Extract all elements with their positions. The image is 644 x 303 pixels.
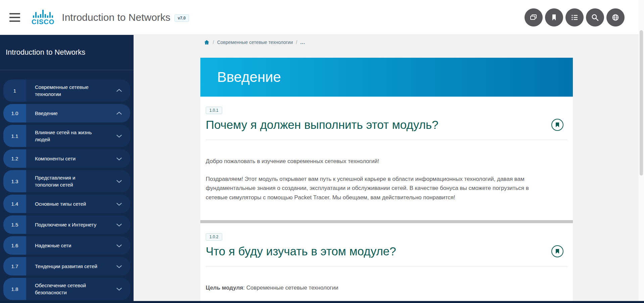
sidebar-item-1-3[interactable]: 1.3 Представления и топологии сетей <box>3 170 130 192</box>
bookmark-icon <box>549 12 559 22</box>
search-icon <box>590 12 600 22</box>
app-header: CISCO Introduction to Networks v7.0 <box>0 0 644 35</box>
item-label: Представления и топологии сетей <box>26 170 97 192</box>
sidebar-item-1-8[interactable]: 1.8 Обеспечение сетевой безопасности <box>3 278 130 300</box>
module-nav: 1 Современные сетевые технологии 1.0 Вве… <box>0 70 134 303</box>
course-header-title: Introduction to Networks <box>62 12 170 23</box>
heading-divider <box>206 140 567 140</box>
item-number: 1.5 <box>3 215 26 234</box>
breadcrumb: / Современные сетевые технологии / ... <box>204 36 305 49</box>
sidebar-item-1-7[interactable]: 1.7 Тенденции развития сетей <box>3 257 130 275</box>
table-of-contents-button[interactable] <box>565 8 584 27</box>
scrollbar-thumb[interactable] <box>640 30 643 175</box>
chevron-up-icon <box>115 110 123 117</box>
section-number-badge: 1.0.2 <box>206 233 222 241</box>
language-button[interactable] <box>606 8 625 27</box>
section-bookmark-button[interactable] <box>551 245 563 257</box>
home-icon[interactable] <box>204 39 210 45</box>
cisco-wordmark: CISCO <box>32 18 54 26</box>
bottom-bar <box>0 301 644 303</box>
breadcrumb-ellipsis[interactable]: ... <box>300 40 305 45</box>
course-sidebar: Introduction to Networks 1 Современные с… <box>0 35 134 303</box>
sidebar-course-title: Introduction to Networks <box>0 35 134 70</box>
scrollbar-track[interactable] <box>639 0 644 303</box>
sidebar-item-1-4[interactable]: 1.4 Основные типы сетей <box>3 195 130 213</box>
section-separator-band <box>200 220 573 223</box>
item-label: Компоненты сети <box>26 149 97 168</box>
sidebar-item-1[interactable]: 1 Современные сетевые технологии <box>3 80 130 102</box>
heading-divider <box>206 266 567 266</box>
chevron-down-icon <box>115 178 123 185</box>
cisco-bars-icon <box>33 9 53 18</box>
item-label: Влияние сетей на жизнь людей <box>26 125 97 147</box>
hamburger-icon <box>9 13 20 14</box>
item-label: Обеспечение сетевой безопасности <box>26 278 97 300</box>
chevron-down-icon <box>115 221 123 229</box>
item-number: 1.3 <box>3 170 26 192</box>
section-bookmark-button[interactable] <box>551 119 563 131</box>
item-label: Тенденции развития сетей <box>26 257 97 275</box>
sidebar-item-1-2[interactable]: 1.2 Компоненты сети <box>3 149 130 168</box>
goal-label: Цель модуля <box>206 285 243 291</box>
version-badge: v7.0 <box>175 14 189 22</box>
sidebar-item-1-0[interactable]: 1.0 Введение <box>3 104 130 122</box>
menu-toggle-button[interactable] <box>9 13 21 22</box>
sidebar-item-1-1[interactable]: 1.1 Влияние сетей на жизнь людей <box>3 125 130 147</box>
breadcrumb-separator: / <box>213 40 214 45</box>
item-number: 1.8 <box>3 278 26 300</box>
item-number: 1.6 <box>3 236 26 255</box>
sidebar-item-1-6[interactable]: 1.6 Надежные сети <box>3 236 130 255</box>
section-number-badge: 1.0.1 <box>206 107 222 114</box>
paragraph: Поздравляем! Этот модуль открывает вам п… <box>206 174 541 202</box>
item-label: Надежные сети <box>26 236 97 255</box>
item-number: 1.2 <box>3 149 26 168</box>
bookmarks-button[interactable] <box>545 8 563 27</box>
chevron-up-icon <box>115 87 123 94</box>
section-1-0-2: 1.0.2 Что я буду изучать в этом модуле? … <box>200 223 573 293</box>
paragraph: Добро пожаловать в изучение современных … <box>206 157 541 166</box>
goal-text: : Современные сетевые технологии <box>243 285 339 291</box>
chevron-down-icon <box>115 200 123 208</box>
item-label: Подключение к Интернету <box>26 215 97 234</box>
sidebar-item-1-5[interactable]: 1.5 Подключение к Интернету <box>3 215 130 234</box>
item-number: 1 <box>3 80 26 102</box>
chevron-down-icon <box>115 263 123 270</box>
globe-icon <box>610 12 621 22</box>
cisco-logo: CISCO <box>32 9 54 26</box>
item-number: 1.4 <box>3 195 26 213</box>
bookmark-icon <box>555 249 560 254</box>
chevron-down-icon <box>115 285 123 293</box>
chevron-down-icon <box>115 155 123 162</box>
item-label: Современные сетевые технологии <box>26 80 97 102</box>
chevron-down-icon <box>115 132 123 140</box>
chevron-down-icon <box>115 242 123 249</box>
list-icon <box>569 12 580 22</box>
header-actions <box>525 8 625 27</box>
breadcrumb-module-link[interactable]: Современные сетевые технологии <box>217 40 293 45</box>
item-number: 1.1 <box>3 125 26 147</box>
section-heading: Что я буду изучать в этом модуле? <box>206 245 396 258</box>
content-area: / Современные сетевые технологии / ... В… <box>134 35 644 303</box>
slides-icon <box>529 12 539 22</box>
breadcrumb-separator: / <box>296 40 297 45</box>
item-label: Введение <box>26 104 97 122</box>
module-goal: Цель модуля: Современные сетевые техноло… <box>206 283 541 293</box>
lesson-card: Введение 1.0.1 Почему я должен выполнить… <box>200 58 573 303</box>
item-number: 1.0 <box>3 104 26 122</box>
bookmark-icon <box>555 122 560 128</box>
lesson-banner-title: Введение <box>217 69 281 85</box>
item-number: 1.7 <box>3 257 26 275</box>
search-button[interactable] <box>586 8 604 27</box>
section-1-0-1: 1.0.1 Почему я должен выполнить этот мод… <box>200 97 573 220</box>
slides-button[interactable] <box>525 8 543 27</box>
lesson-banner: Введение <box>200 58 573 97</box>
section-heading: Почему я должен выполнить этот модуль? <box>206 118 438 132</box>
item-label: Основные типы сетей <box>26 195 97 213</box>
